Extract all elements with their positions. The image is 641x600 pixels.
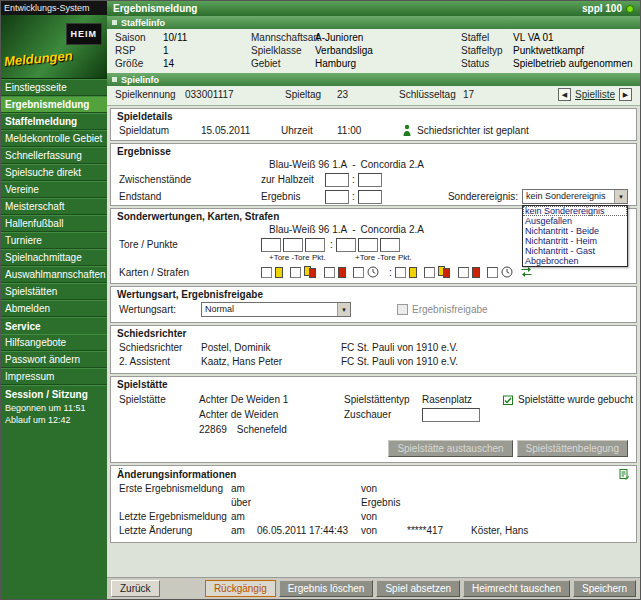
ergebnisse-title: Ergebnisse [111,144,636,157]
checkbox-away-red-card[interactable] [458,267,469,278]
staffelinfo-header: Staffelinfo [107,16,640,29]
online-status-icon [626,5,634,13]
checkbox-home-red-card[interactable] [324,267,335,278]
forward-icon[interactable]: ▶ [619,88,632,101]
zuschauer-input[interactable] [422,408,480,422]
score-colon: : [349,191,358,202]
endstand-row: Endstand Ergebnis : Sonderereignis: kein… [111,188,636,205]
sonderereignis-select[interactable]: kein Sonderereignis ▼ [522,189,628,204]
home-team-name: Blau-Weiß 96 1.A [269,224,347,235]
zurueck-button[interactable]: Zurück [111,580,160,597]
sidebar-item-schnellerfassung[interactable]: Schnellerfassung [1,147,107,164]
spielliste-link[interactable]: Spielliste [575,89,615,100]
yellow-card-icon [409,267,417,278]
rueckgaengig-button[interactable]: Rückgängig [205,580,276,597]
sidebar-item-auswahlmannschaften[interactable]: Auswahlmannschaften [1,266,107,283]
away-red-group [458,267,480,278]
sidebar-item-passwort-aendern[interactable]: Passwort ändern [1,351,107,368]
groesse-value: 14 [163,57,251,70]
halbzeit-label: zur Halbzeit [261,174,325,185]
chevron-down-icon[interactable]: ▼ [337,303,350,316]
letzte-meldung-datum [257,510,361,524]
sidebar-item-ergebnismeldung[interactable]: Ergebnismeldung [1,96,107,113]
away-plus-tore-input[interactable] [336,238,356,252]
sidebar-item-spielstaetten[interactable]: Spielstätten [1,283,107,300]
score-colon: : [349,174,358,185]
dropdown-option-nichtantritt-beide[interactable]: Nichtantritt - Beide [523,226,627,236]
uhrzeit-label: Uhrzeit [281,125,337,136]
plz-value: 22869 [199,422,227,437]
spielstaettentyp-label: Spielstättentyp [344,392,422,407]
spieltag-label: Spieltag [285,89,337,100]
section-wertungsart: Wertungsart, Ergebnisfreigabe Wertungsar… [110,286,637,323]
section-schiedsrichter: Schiedsrichter Schiedsrichter Postel, Do… [110,325,637,374]
dropdown-option-nichtantritt-gast[interactable]: Nichtantritt - Gast [523,246,627,256]
sidebar-item-meisterschaft[interactable]: Meisterschaft [1,198,107,215]
sidebar-item-hallenfussball[interactable]: Hallenfußball [1,215,107,232]
sidebar-item-turniere[interactable]: Turniere [1,232,107,249]
zuschauer-label: Zuschauer [344,407,422,422]
time-penalty-icon [367,266,379,278]
yellow-red-card-icon [304,266,317,278]
mannschaftsart-value: A-Junioren [315,31,461,44]
dropdown-option-nichtantritt-heim[interactable]: Nichtantritt - Heim [523,236,627,246]
letzte-aenderung-kennung: *****417 [407,524,471,538]
dropdown-option-abgebrochen[interactable]: Abgebrochen [523,256,627,266]
checkbox-home-yellow-card[interactable] [261,267,272,278]
sonderereignis-dropdown: kein Sonderereignis Ausgefallen Nichtant… [522,205,628,267]
halbzeit-home-input[interactable] [325,173,349,187]
checkbox-away-time-penalty[interactable] [487,267,498,278]
teams-separator: - [352,159,355,170]
endstand-home-input[interactable] [325,190,349,204]
home-column-labels: +Tore -Tore Pkt. [269,253,355,262]
wertungsart-select[interactable]: Normal ▼ [201,302,351,317]
ergebnisfreigabe-label: Ergebnisfreigabe [412,304,488,315]
spielstaettenbelegung-button[interactable]: Spielstättenbelegung [517,440,628,457]
checkbox-home-time-penalty[interactable] [353,267,364,278]
sidebar-item-hilfsangebote[interactable]: Hilfsangebote [1,334,107,351]
sidebar-item-impressum[interactable]: Impressum [1,368,107,385]
sidebar-item-spielsuche-direkt[interactable]: Spielsuche direkt [1,164,107,181]
staffel-value: VL VA 01 [513,31,633,44]
heimrecht-tauschen-button[interactable]: Heimrecht tauschen [463,580,570,597]
sidebar-item-abmelden[interactable]: Abmelden [1,300,107,317]
ergebnis-label: Ergebnis [261,191,325,202]
chevron-down-icon[interactable]: ▼ [614,190,627,203]
referee-club: FC St. Pauli von 1910 e.V. [341,341,628,355]
bullet-icon [112,20,117,25]
sidebar-item-spielnachmittage[interactable]: Spielnachmittage [1,249,107,266]
back-icon[interactable]: ◀ [558,88,571,101]
time-penalty-icon [501,266,513,278]
sidebar-item-vereine[interactable]: Vereine [1,181,107,198]
checkbox-home-yellow-red-card[interactable] [290,267,301,278]
away-team-name: Concordia 2.A [361,224,424,235]
home-plus-tore-input[interactable] [261,238,281,252]
checkbox-away-yellow-red-card[interactable] [424,267,435,278]
sidebar-item-staffelmeldung[interactable]: Staffelmeldung [1,113,107,130]
schiedsrichter-grid: Schiedsrichter Postel, Dominik FC St. Pa… [111,339,636,373]
home-minus-tore-input[interactable] [283,238,303,252]
home-yellow-group [261,267,283,278]
teams-line: Blau-Weiß 96 1.A - Concordia 2.A [261,157,636,171]
spielstaette-austauschen-button[interactable]: Spielstätte austauschen [388,440,512,457]
endstand-away-input[interactable] [358,190,382,204]
sidebar-item-meldekontrolle-gebiet[interactable]: Meldekontrolle Gebiet [1,130,107,147]
dropdown-option-ausgefallen[interactable]: Ausgefallen [523,216,627,226]
checkbox-ergebnisfreigabe[interactable] [397,304,408,315]
checkbox-away-yellow-card[interactable] [395,267,406,278]
speichern-button[interactable]: Speichern [573,580,636,597]
home-punkte-input[interactable] [305,238,325,252]
ergebnis-loeschen-button[interactable]: Ergebnis löschen [279,580,374,597]
swap-teams-icon[interactable] [520,266,533,278]
spiel-absetzen-button[interactable]: Spiel absetzen [376,580,460,597]
letzte-aenderung-label: Letzte Änderung [119,524,231,538]
assistant-club: FC St. Pauli von 1910 e.V. [341,355,628,369]
letzte-meldung-von [407,510,471,524]
halbzeit-away-input[interactable] [358,173,382,187]
sidebar-item-einstiegsseite[interactable]: Einstiegsseite [1,79,107,96]
dropdown-option-kein-sonderereignis[interactable]: kein Sonderereignis [523,206,627,216]
sidebar-section-service: Service [1,317,107,334]
away-minus-tore-input[interactable] [358,238,378,252]
away-punkte-input[interactable] [380,238,400,252]
spielkennung-value: 033001117 [185,89,285,100]
